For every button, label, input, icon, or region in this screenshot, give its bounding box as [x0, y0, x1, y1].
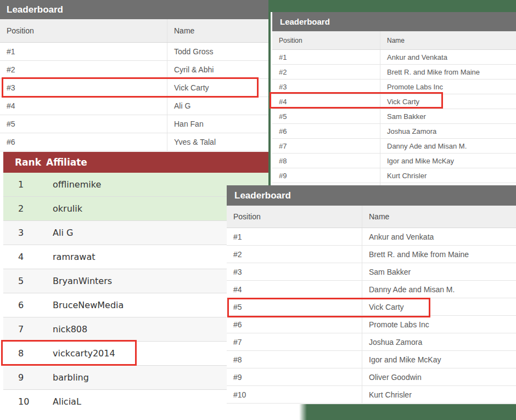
row-name-cell: Sam Bakker — [362, 263, 516, 280]
row-name-cell: Danny Ade and Misan M. — [362, 281, 516, 298]
row-position-cell: 5 — [3, 269, 46, 293]
column-header-rank: Rank — [3, 157, 46, 168]
table-row: #4Vick Carty — [272, 94, 516, 109]
column-header-affiliate: Affiliate — [46, 157, 87, 168]
row-name-cell: Kurt Chrisler — [362, 386, 516, 403]
table-row: #6Joshua Zamora — [272, 124, 516, 139]
row-name-cell: Vick Carty — [380, 94, 516, 109]
row-name-cell: Sam Bakker — [380, 109, 516, 123]
column-header-position: Position — [0, 19, 167, 42]
table-row: #5Han Fan — [0, 115, 268, 133]
row-position-cell: #10 — [227, 386, 362, 403]
leaderboard-title: Leaderboard — [0, 0, 268, 19]
row-position-cell: 3 — [3, 221, 46, 245]
page-background-strip-bottom — [299, 404, 516, 420]
table-row: #5Sam Bakker — [272, 109, 516, 124]
table-row: #2Cyril & Abhi — [0, 61, 268, 79]
table-row: #6Yves & Talal — [0, 133, 268, 151]
row-name-cell: Han Fan — [167, 115, 268, 133]
row-name-cell: Igor and Mike McKay — [362, 351, 516, 368]
row-position-cell: #4 — [0, 97, 167, 115]
column-header-name: Name — [362, 206, 516, 228]
row-position-cell: 6 — [3, 293, 46, 317]
row-position-cell: 2 — [3, 197, 46, 220]
table-row: #3Vick Carty — [0, 79, 268, 97]
column-header-name: Name — [380, 31, 516, 49]
row-position-cell: #1 — [0, 43, 167, 60]
row-name-cell: Yves & Talal — [167, 133, 268, 151]
row-name-cell: Joshua Zamora — [380, 124, 516, 138]
table-row: #10Kurt Chrisler — [227, 386, 516, 404]
row-position-cell: #3 — [227, 263, 362, 280]
row-name-cell: Brett R. and Mike from Maine — [362, 246, 516, 263]
table-row: #1Ankur and Venkata — [272, 50, 516, 65]
row-name-cell: Vick Carty — [167, 79, 268, 97]
row-name-cell: Joshua Zamora — [362, 333, 516, 350]
row-position-cell: #3 — [272, 80, 380, 94]
row-position-cell: #1 — [227, 228, 362, 245]
row-position-cell: #3 — [0, 79, 167, 97]
table-row: #4Danny Ade and Misan M. — [227, 281, 516, 298]
row-position-cell: #7 — [272, 139, 380, 153]
row-name-cell: Ali G — [167, 97, 268, 115]
row-position-cell: #4 — [227, 281, 362, 298]
row-position-cell: #6 — [0, 133, 167, 151]
row-position-cell: 8 — [3, 342, 46, 365]
column-header-row: Position Name — [227, 206, 516, 228]
row-position-cell: #6 — [272, 124, 380, 138]
table-row: #2Brett R. and Mike from Maine — [272, 65, 516, 80]
row-position-cell: #5 — [0, 115, 167, 133]
row-name-cell: Todd Gross — [167, 43, 268, 60]
table-row: #1Todd Gross — [0, 43, 268, 61]
table-row: #9Oliver Goodwin — [227, 368, 516, 386]
row-name-cell: Ankur and Venkata — [380, 50, 516, 64]
row-name-cell: Oliver Goodwin — [362, 368, 516, 385]
row-position-cell: 7 — [3, 317, 46, 341]
leaderboard-table-top-left: Leaderboard Position Name #1Todd Gross#2… — [0, 0, 268, 152]
leaderboard-table-bottom: Leaderboard Position Name #1Ankur and Ve… — [227, 185, 516, 404]
row-position-cell: 9 — [3, 366, 46, 389]
table-body: #1Ankur and Venkata#2Brett R. and Mike f… — [272, 50, 516, 185]
row-name-cell: Ankur and Venkata — [362, 228, 516, 245]
row-position-cell: #4 — [272, 94, 380, 109]
table-row: #4Ali G — [0, 97, 268, 115]
row-position-cell: #2 — [272, 65, 380, 79]
leaderboard-title: Leaderboard — [272, 12, 516, 31]
row-name-cell: Brett R. and Mike from Maine — [380, 65, 516, 79]
row-position-cell: #9 — [227, 368, 362, 385]
column-header-position: Position — [272, 31, 380, 49]
page-background-strip-top — [268, 0, 516, 12]
row-position-cell: #7 — [227, 333, 362, 350]
row-position-cell: #5 — [272, 109, 380, 123]
table-row: #2Brett R. and Mike from Maine — [227, 246, 516, 263]
row-position-cell: #6 — [227, 316, 362, 333]
screenshot-collage: Leaderboard Position Name #1Todd Gross#2… — [0, 0, 516, 420]
table-row: #9Kurt Chrisler — [272, 168, 516, 183]
row-position-cell: 10 — [3, 390, 46, 408]
row-name-cell: Vick Carty — [362, 298, 516, 315]
table-row: #7Danny Ade and Misan M. — [272, 139, 516, 154]
table-row: #3Promote Labs Inc — [272, 80, 516, 94]
column-header-row: Position Name — [272, 31, 516, 50]
leaderboard-title: Leaderboard — [227, 185, 516, 206]
table-row: #7Joshua Zamora — [227, 333, 516, 351]
row-name-cell: Cyril & Abhi — [167, 61, 268, 78]
table-row: #3Sam Bakker — [227, 263, 516, 281]
row-name-cell: Danny Ade and Misan M. — [380, 139, 516, 153]
row-position-cell: #2 — [0, 61, 167, 78]
table-row: #5Vick Carty — [227, 298, 516, 316]
table-row: #6Promote Labs Inc — [227, 316, 516, 333]
row-name-cell: Promote Labs Inc — [362, 316, 516, 333]
affiliate-header-row: Rank Affiliate — [3, 152, 268, 173]
table-row: #8Igor and Mike McKay — [272, 154, 516, 168]
row-position-cell: 4 — [3, 245, 46, 269]
table-body: #1Todd Gross#2Cyril & Abhi#3Vick Carty#4… — [0, 43, 268, 151]
row-name-cell: Kurt Chrisler — [380, 168, 516, 183]
table-row: #8Igor and Mike McKay — [227, 351, 516, 368]
page-background-strip-side — [268, 0, 271, 185]
table-row: #1Ankur and Venkata — [227, 228, 516, 246]
row-position-cell: 1 — [3, 173, 46, 196]
row-position-cell: #1 — [272, 50, 380, 64]
row-position-cell: #2 — [227, 246, 362, 263]
row-position-cell: #5 — [227, 298, 362, 315]
